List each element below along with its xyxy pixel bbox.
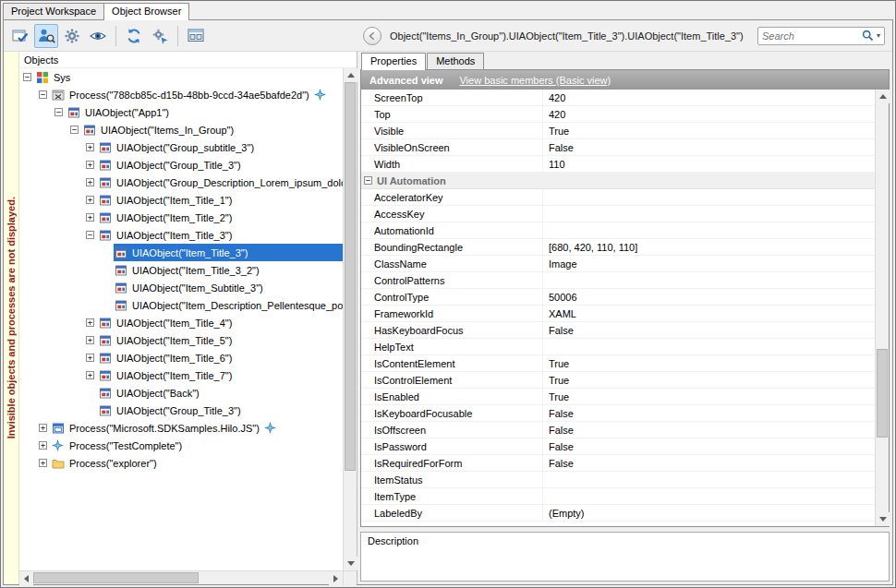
grid-vertical-scrollbar[interactable] bbox=[875, 90, 889, 526]
property-row[interactable]: ClassNameImage bbox=[361, 256, 875, 272]
collapse-box-icon[interactable]: − bbox=[39, 90, 47, 99]
tree-item[interactable]: +UIAObject("Group_Title_3") bbox=[19, 156, 343, 174]
property-row[interactable]: HasKeyboardFocusFalse bbox=[361, 322, 875, 339]
tree-item[interactable]: UIAObject("Item_Description_Pellentesque… bbox=[19, 296, 343, 314]
tab-object-browser[interactable]: Object Browser bbox=[103, 3, 189, 20]
tree-item[interactable]: +UIAObject("Item_Title_4") bbox=[19, 314, 343, 331]
tree-item[interactable]: −Process("788cb85c-d15b-48bb-9ccd-34ae5b… bbox=[19, 86, 343, 103]
expand-box-icon[interactable]: + bbox=[86, 213, 94, 222]
tree-item-content[interactable]: Process("Microsoft.SDKSamples.Hilo.JS") bbox=[51, 419, 343, 437]
expand-box-icon[interactable]: + bbox=[86, 354, 94, 362]
property-row[interactable]: ItemType bbox=[361, 488, 875, 505]
tree-horizontal-scrollbar[interactable] bbox=[19, 571, 343, 584]
window-list-button[interactable] bbox=[184, 24, 208, 48]
tree-item-content[interactable]: UIAObject("Group_Title_3") bbox=[98, 402, 343, 419]
property-category-row[interactable]: −UI Automation bbox=[361, 173, 875, 189]
tree-item[interactable]: UIAObject("Group_Title_3") bbox=[19, 402, 343, 419]
property-row[interactable]: IsEnabledTrue bbox=[361, 389, 875, 405]
property-row[interactable]: IsControlElementTrue bbox=[361, 372, 875, 389]
tree-item[interactable]: +UIAObject("Item_Title_2") bbox=[19, 209, 343, 226]
property-row[interactable]: IsOffscreenFalse bbox=[361, 422, 875, 438]
property-row[interactable]: FrameworkIdXAML bbox=[361, 306, 875, 322]
tree-item-content[interactable]: UIAObject("Item_Title_4") bbox=[98, 314, 343, 331]
scroll-up-button[interactable] bbox=[876, 90, 890, 103]
scroll-left-button[interactable] bbox=[19, 571, 33, 585]
property-row[interactable]: VisibleTrue bbox=[361, 123, 875, 139]
scroll-right-button[interactable] bbox=[329, 571, 343, 585]
tree-item[interactable]: +Process("Microsoft.SDKSamples.Hilo.JS") bbox=[19, 419, 343, 437]
tree-item[interactable]: −UIAObject("App1") bbox=[19, 103, 343, 121]
collapse-box-icon[interactable]: − bbox=[23, 73, 31, 81]
tree-item[interactable]: +UIAObject("Item_Title_1") bbox=[19, 191, 343, 209]
property-row[interactable]: AutomationId bbox=[361, 222, 875, 239]
collapse-box-icon[interactable]: − bbox=[54, 108, 63, 116]
tree-item-content[interactable]: Process("explorer") bbox=[51, 454, 343, 472]
tree-hscroll-thumb[interactable] bbox=[33, 572, 199, 583]
refresh-button[interactable] bbox=[122, 24, 146, 48]
tree-vscroll-thumb[interactable] bbox=[345, 82, 356, 471]
tree-item[interactable]: −UIAObject("Item_Title_3") bbox=[19, 226, 343, 244]
tree-item-content[interactable]: UIAObject("Item_Title_7") bbox=[98, 366, 343, 384]
tree-item-content[interactable]: UIAObject("Back") bbox=[98, 384, 343, 402]
select-object-button[interactable] bbox=[8, 24, 32, 48]
search-options-caret-icon[interactable]: ▾ bbox=[877, 31, 880, 40]
grid-vscroll-track[interactable] bbox=[876, 103, 889, 512]
tree-item[interactable]: +Process("explorer") bbox=[19, 454, 343, 472]
property-row[interactable]: Top420 bbox=[361, 106, 875, 123]
expand-box-icon[interactable]: + bbox=[39, 441, 47, 450]
property-row[interactable]: Width110 bbox=[361, 156, 875, 173]
expand-box-icon[interactable]: + bbox=[86, 371, 94, 379]
tree-item[interactable]: +UIAObject("Group_Description_Lorem_ipsu… bbox=[19, 174, 343, 191]
expand-box-icon[interactable]: + bbox=[86, 336, 94, 344]
expand-box-icon[interactable]: + bbox=[86, 161, 94, 169]
tree-item[interactable]: +UIAObject("Group_subtitle_3") bbox=[19, 138, 343, 156]
tree-item-content[interactable]: Sys bbox=[35, 68, 343, 86]
expand-box-icon[interactable]: + bbox=[39, 424, 47, 432]
basic-view-link[interactable]: View basic members (Basic view) bbox=[459, 75, 611, 86]
back-button[interactable] bbox=[363, 27, 381, 45]
object-spy-button[interactable] bbox=[34, 24, 58, 48]
tab-properties[interactable]: Properties bbox=[361, 53, 426, 70]
property-row[interactable]: HelpText bbox=[361, 339, 875, 355]
property-row[interactable]: LabeledBy(Empty) bbox=[361, 505, 875, 522]
tree-vscroll-track[interactable] bbox=[344, 82, 357, 557]
run-gear-button[interactable] bbox=[148, 24, 172, 48]
search-icon[interactable] bbox=[862, 30, 874, 42]
property-row[interactable]: AcceleratorKey bbox=[361, 189, 875, 206]
scroll-down-button[interactable] bbox=[344, 557, 357, 570]
tree-item-content[interactable]: UIAObject("Items_In_Group") bbox=[82, 121, 343, 138]
tree-item-content[interactable]: UIAObject("Group_Description_Lorem_ipsum… bbox=[98, 174, 343, 191]
tree-item-content[interactable]: UIAObject("Item_Title_2") bbox=[98, 209, 343, 226]
tree-vertical-scrollbar[interactable] bbox=[343, 68, 357, 570]
expand-box-icon[interactable]: + bbox=[86, 196, 94, 204]
tree-item-content[interactable]: UIAObject("Group_subtitle_3") bbox=[98, 138, 343, 156]
tab-methods[interactable]: Methods bbox=[427, 53, 484, 69]
settings-gear-button[interactable] bbox=[60, 24, 84, 48]
tree-item-content[interactable]: UIAObject("Group_Title_3") bbox=[98, 156, 343, 174]
tree-item[interactable]: UIAObject("Back") bbox=[19, 384, 343, 402]
tree-item[interactable]: +UIAObject("Item_Title_6") bbox=[19, 349, 343, 366]
tree-item-content[interactable]: UIAObject("Item_Title_6") bbox=[98, 349, 343, 366]
collapse-box-icon[interactable]: − bbox=[364, 176, 372, 185]
property-row[interactable]: IsContentElementTrue bbox=[361, 355, 875, 372]
eye-button[interactable] bbox=[86, 24, 110, 48]
tree-item-content[interactable]: Process("788cb85c-d15b-48bb-9ccd-34ae5ba… bbox=[51, 86, 343, 103]
tree-hscroll-track[interactable] bbox=[33, 571, 329, 584]
collapse-box-icon[interactable]: − bbox=[70, 126, 79, 134]
tree-item-content[interactable]: UIAObject("Item_Title_1") bbox=[98, 191, 343, 209]
tree-item[interactable]: +UIAObject("Item_Title_7") bbox=[19, 366, 343, 384]
tree-item-content[interactable]: UIAObject("Item_Title_3") bbox=[98, 226, 343, 244]
tree-item-content[interactable]: UIAObject("Item_Title_3_2") bbox=[114, 261, 343, 279]
tree-item-content[interactable]: UIAObject("Item_Title_5") bbox=[98, 331, 343, 349]
tree-item[interactable]: UIAObject("Item_Title_3_2") bbox=[19, 261, 343, 279]
property-row[interactable]: ScreenTop420 bbox=[361, 90, 875, 106]
tree-item-content[interactable]: UIAObject("App1") bbox=[67, 103, 343, 121]
collapse-box-icon[interactable]: − bbox=[86, 231, 94, 239]
scroll-up-button[interactable] bbox=[344, 68, 357, 82]
tree-item-content[interactable]: UIAObject("Item_Title_3") bbox=[114, 244, 343, 261]
property-row[interactable]: ControlType50006 bbox=[361, 289, 875, 306]
property-row[interactable]: AccessKey bbox=[361, 206, 875, 222]
property-row[interactable]: IsRequiredForFormFalse bbox=[361, 455, 875, 472]
property-row[interactable]: BoundingRectangle[680, 420, 110, 110] bbox=[361, 239, 875, 256]
tree-item[interactable]: UIAObject("Item_Subtitle_3") bbox=[19, 279, 343, 296]
